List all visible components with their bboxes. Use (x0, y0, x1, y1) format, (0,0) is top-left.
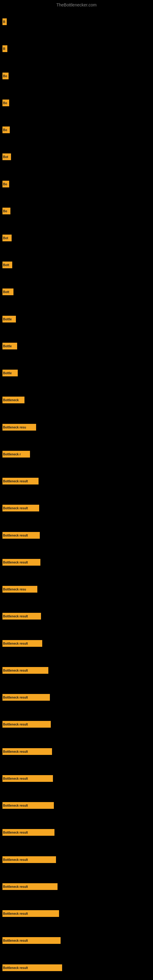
bar-label: Bot (3, 155, 8, 159)
list-item: B (2, 45, 7, 52)
list-item: Bottleneck result (2, 612, 41, 620)
list-item: Bottleneck result (2, 748, 52, 756)
bar-label: B (3, 47, 5, 51)
bar-label: Bo (3, 75, 7, 78)
bar-label: Bottleneck result (3, 750, 28, 753)
list-item: Bottleneck result (2, 775, 53, 783)
bar-label: Bottleneck result (3, 642, 28, 645)
list-item: Bo (2, 99, 9, 107)
bar-label: Bottleneck result (3, 804, 28, 807)
list-item: Bottleneck result (2, 531, 40, 539)
bar-label: Bottleneck result (3, 912, 28, 915)
list-item: Bottleneck result (2, 720, 51, 728)
bar-label: Bot (3, 236, 8, 240)
bar-label: Bottle (3, 371, 12, 375)
bar-label: Bottleneck result (3, 777, 28, 780)
list-item: Bottle (2, 369, 18, 377)
list-item: Bottleneck result (2, 802, 54, 810)
bar-label: Bottleneck result (3, 534, 28, 537)
list-item: Bottleneck result (2, 504, 39, 512)
bar-label: Bottleneck result (3, 858, 28, 861)
bar-label: Bottle (3, 345, 12, 348)
list-item: Bottle (2, 315, 16, 323)
list-item: B (2, 18, 7, 26)
site-title: TheBottlenecker.com (0, 0, 153, 9)
bar-label: Bo (3, 101, 7, 105)
list-item: Bot (2, 234, 12, 242)
list-item: Bottleneck result (2, 964, 62, 972)
bar-label: Bottleneck result (3, 696, 28, 699)
list-item: Bottleneck (2, 396, 24, 404)
bar-label: Bottleneck result (3, 615, 28, 618)
bar-label: Bottleneck result (3, 939, 28, 942)
bar-label: Bottleneck result (3, 723, 28, 726)
list-item: Bottleneck r (2, 450, 30, 458)
list-item: Bottleneck result (2, 694, 50, 701)
bar-label: Bottleneck result (3, 506, 28, 510)
list-item: Bot (2, 153, 11, 161)
bar-label: Bo (3, 210, 7, 213)
list-item: Bottleneck result (2, 558, 40, 566)
bar-label: Bo (3, 128, 7, 132)
bar-label: Bottleneck result (3, 480, 28, 483)
bar-label: Bottleneck r (3, 453, 21, 456)
bar-label: Bottleneck result (3, 669, 28, 672)
list-item: Bo (2, 72, 9, 80)
list-item: Bottleneck resu (2, 423, 36, 431)
bar-label: Bott (3, 263, 9, 267)
bar-label: Bottleneck result (3, 831, 28, 834)
bar-label: Bottleneck result (3, 561, 28, 564)
bar-label: Bottle (3, 318, 12, 321)
list-item: Bottleneck result (2, 477, 38, 485)
bar-label: Bottleneck result (3, 885, 28, 888)
bar-label: Bo (3, 183, 7, 186)
list-item: Bottleneck result (2, 640, 42, 648)
bar-label: Bottleneck (3, 398, 19, 402)
list-item: Bo (2, 180, 9, 188)
bar-label: Bottleneck result (3, 966, 28, 970)
list-item: Bottleneck result (2, 883, 57, 891)
bar-label: Bottleneck resu (3, 588, 26, 591)
list-item: Bottleneck result (2, 937, 61, 945)
bar-label: Bottleneck resu (3, 426, 26, 429)
list-item: Bottleneck result (2, 667, 48, 675)
list-item: Bo (2, 207, 10, 215)
list-item: Bottle (2, 342, 17, 350)
list-item: Bottleneck result (2, 856, 56, 864)
list-item: Bottleneck result (2, 910, 59, 918)
list-item: Bottleneck result (2, 829, 54, 836)
list-item: Bott (2, 288, 13, 296)
bar-label: B (3, 20, 5, 24)
list-item: Bott (2, 261, 12, 269)
bar-label: Bott (3, 290, 9, 294)
list-item: Bo (2, 126, 10, 134)
list-item: Bottleneck resu (2, 585, 37, 593)
